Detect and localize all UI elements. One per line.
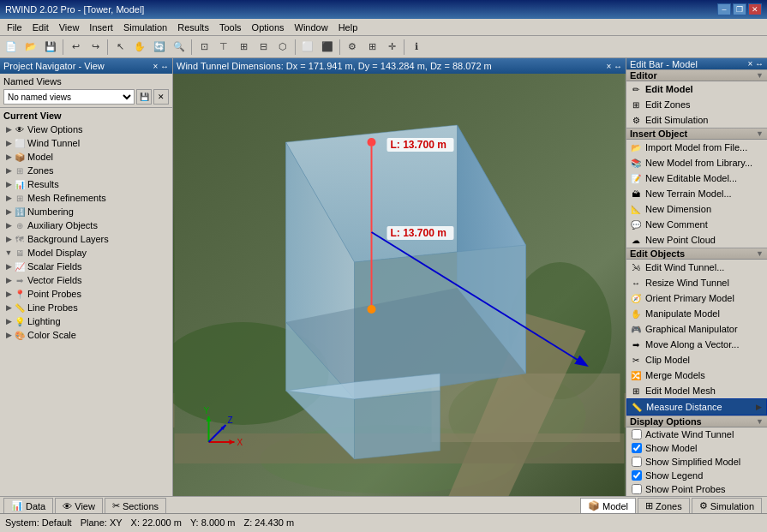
new-model-library-btn[interactable]: 📚 New Model from Library...: [626, 155, 767, 170]
menu-results[interactable]: Results: [172, 21, 214, 34]
new-dimension-btn[interactable]: 📐 New Dimension: [626, 201, 767, 217]
tb-undo[interactable]: ↩: [66, 38, 85, 57]
tree-label: Lighting: [27, 316, 61, 326]
insert-toggle[interactable]: ▼: [756, 129, 764, 138]
tree-mesh-refinements[interactable]: ▶ ⊞ Mesh Refinements: [3, 191, 169, 205]
delete-view-btn[interactable]: ✕: [153, 89, 169, 105]
menu-window[interactable]: Window: [290, 21, 333, 34]
tree-model[interactable]: ▶ 📦 Model: [3, 150, 169, 164]
tab-model[interactable]: 📦 Model: [580, 498, 636, 513]
tree-point-probes[interactable]: ▶ 📍 Point Probes: [3, 287, 169, 301]
tab-simulation[interactable]: ⚙ Simulation: [692, 498, 762, 513]
tb-front[interactable]: ⊞: [234, 38, 253, 57]
restore-button[interactable]: ❐: [733, 3, 746, 15]
tb-select[interactable]: ↖: [111, 38, 129, 57]
edit-wind-tunnel-btn[interactable]: 🌬 Edit Wind Tunnel...: [626, 260, 767, 275]
edit-bar-controls[interactable]: × ↔: [747, 59, 764, 69]
tree-color-scale[interactable]: ▶ 🎨 Color Scale: [3, 328, 169, 342]
show-model-checkbox[interactable]: [632, 443, 642, 453]
merge-models-btn[interactable]: 🔀 Merge Models: [626, 368, 767, 383]
main-layout: Project Navigator - View × ↔ Named Views…: [0, 58, 767, 496]
show-point-probes-checkbox[interactable]: [632, 484, 642, 494]
tb-wire[interactable]: ⬜: [298, 38, 317, 57]
tb-grid[interactable]: ⊞: [363, 38, 381, 57]
tree-line-probes[interactable]: ▶ 📏 Line Probes: [3, 301, 169, 314]
tree-lighting[interactable]: ▶ 💡 Lighting: [3, 314, 169, 328]
tab-sections[interactable]: ✂ Sections: [105, 498, 166, 513]
show-simplified-checkbox[interactable]: [632, 457, 642, 467]
tb-save[interactable]: 💾: [41, 38, 60, 57]
tb-redo[interactable]: ↪: [86, 38, 105, 57]
data-tab-label: Data: [26, 501, 45, 511]
display-toggle[interactable]: ▼: [756, 417, 764, 426]
edit-objects-toggle[interactable]: ▼: [756, 249, 764, 258]
tree-wind-tunnel[interactable]: ▶ ⬜ Wind Tunnel: [3, 136, 169, 150]
import-model-btn[interactable]: 📂 Import Model from File...: [626, 140, 767, 155]
edit-zones-btn[interactable]: ⊞ Edit Zones: [626, 97, 767, 112]
nav-controls[interactable]: × ↔: [153, 62, 169, 71]
nav-header: Project Navigator - View × ↔: [0, 58, 172, 74]
edit-model-btn[interactable]: ✏ Edit Model: [626, 81, 767, 97]
viewport-canvas[interactable]: L: 13.700 m L: 13.700 m X: [173, 74, 626, 496]
tree-background-layers[interactable]: ▶ 🗺 Background Layers: [3, 232, 169, 246]
named-views-dropdown[interactable]: No named views: [3, 89, 135, 105]
edit-model-mesh-btn[interactable]: ⊞ Edit Model Mesh: [626, 383, 767, 398]
new-terrain-btn[interactable]: 🏔 New Terrain Model...: [626, 186, 767, 201]
show-legend-checkbox[interactable]: [632, 470, 642, 481]
new-point-cloud-btn[interactable]: ☁ New Point Cloud: [626, 232, 767, 248]
tree-vector-fields[interactable]: ▶ ➡ Vector Fields: [3, 273, 169, 287]
tb-new[interactable]: 📄: [2, 38, 21, 57]
new-comment-btn[interactable]: 💬 New Comment: [626, 217, 767, 232]
tb-settings[interactable]: ⚙: [343, 38, 362, 57]
menu-simulation[interactable]: Simulation: [118, 21, 172, 34]
tb-open[interactable]: 📂: [21, 38, 40, 57]
tab-zones[interactable]: ⊞ Zones: [638, 498, 690, 513]
editor-section-header[interactable]: Editor ▼: [626, 69, 767, 81]
minimize-button[interactable]: –: [717, 3, 731, 15]
menu-insert[interactable]: Insert: [84, 21, 118, 34]
menu-edit[interactable]: Edit: [27, 21, 54, 34]
3d-viewport[interactable]: Wind Tunnel Dimensions: Dx = 171.941 m, …: [173, 58, 626, 496]
tree-results[interactable]: ▶ 📊 Results: [3, 177, 169, 191]
tree-label: Model: [27, 152, 53, 162]
tb-info[interactable]: ℹ: [407, 38, 426, 57]
menu-help[interactable]: Help: [333, 21, 363, 34]
menu-tools[interactable]: Tools: [214, 21, 247, 34]
menu-view[interactable]: View: [54, 21, 85, 34]
edit-simulation-btn[interactable]: ⚙ Edit Simulation: [626, 112, 767, 128]
display-section-header[interactable]: Display Options ▼: [626, 415, 767, 427]
insert-section-header[interactable]: Insert Object ▼: [626, 128, 767, 140]
tree-auxiliary[interactable]: ▶ ⊕ Auxiliary Objects: [3, 218, 169, 232]
save-view-btn[interactable]: 💾: [136, 89, 152, 105]
tb-zoom[interactable]: 🔍: [170, 38, 189, 57]
tb-shaded[interactable]: ⬛: [318, 38, 337, 57]
tb-rotate[interactable]: 🔄: [150, 38, 169, 57]
tree-model-display[interactable]: ▼ 🖥 Model Display: [3, 246, 169, 260]
clip-model-btn[interactable]: ✂ Clip Model: [626, 352, 767, 368]
measure-distance-btn[interactable]: 📏 Measure Distance ▶: [626, 398, 767, 415]
tree-zones[interactable]: ▶ ⊞ Zones: [3, 164, 169, 177]
activate-wind-tunnel-checkbox[interactable]: [632, 429, 642, 439]
tb-side[interactable]: ⊟: [254, 38, 273, 57]
close-button[interactable]: ✕: [748, 3, 762, 15]
menu-file[interactable]: File: [2, 21, 27, 34]
tb-axes[interactable]: ✛: [382, 38, 401, 57]
tab-view[interactable]: 👁 View: [55, 498, 103, 513]
resize-wind-tunnel-btn[interactable]: ↔ Resize Wind Tunnel: [626, 275, 767, 290]
graphical-manipulator-btn[interactable]: 🎮 Graphical Manipulator: [626, 321, 767, 337]
tb-fit[interactable]: ⊡: [195, 38, 213, 57]
menu-options[interactable]: Options: [247, 21, 290, 34]
tab-data[interactable]: 📊 Data: [3, 498, 53, 513]
tb-top[interactable]: ⊤: [214, 38, 233, 57]
tb-pan[interactable]: ✋: [130, 38, 149, 57]
tree-numbering[interactable]: ▶ 🔢 Numbering: [3, 205, 169, 218]
orient-model-btn[interactable]: 🧭 Orient Primary Model: [626, 290, 767, 306]
new-editable-model-btn[interactable]: 📝 New Editable Model...: [626, 170, 767, 186]
edit-objects-section-header[interactable]: Edit Objects ▼: [626, 248, 767, 260]
move-vector-btn[interactable]: ➡ Move Along a Vector...: [626, 337, 767, 352]
tree-scalar-fields[interactable]: ▶ 📈 Scalar Fields: [3, 260, 169, 273]
manipulate-model-btn[interactable]: ✋ Manipulate Model: [626, 306, 767, 321]
tb-iso[interactable]: ⬡: [273, 38, 292, 57]
editor-toggle[interactable]: ▼: [756, 71, 764, 80]
tree-view-options[interactable]: ▶ 👁 View Options: [3, 123, 169, 136]
